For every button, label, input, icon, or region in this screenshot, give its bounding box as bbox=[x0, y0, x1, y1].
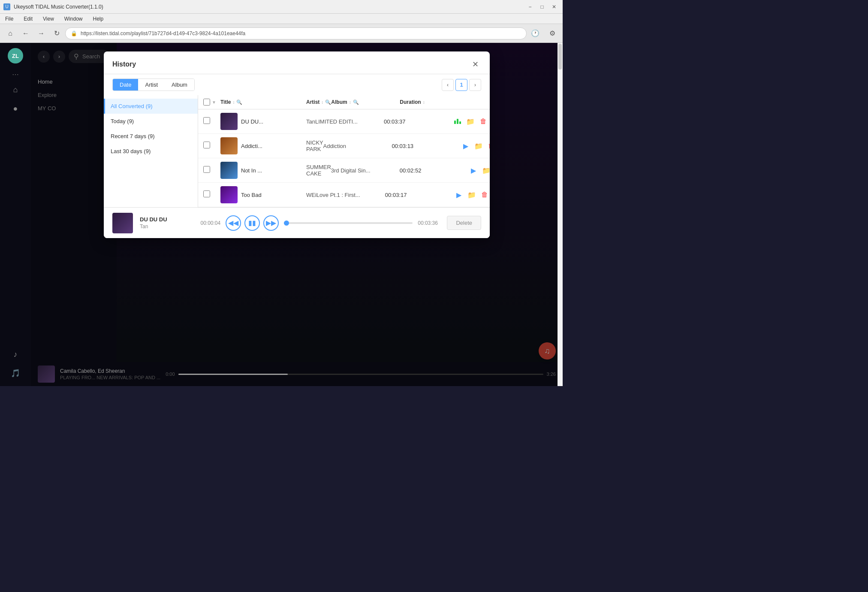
home-nav-button[interactable]: ⌂ bbox=[3, 27, 17, 40]
row2-play-button[interactable]: ▶ bbox=[461, 141, 471, 151]
delete-button[interactable]: Delete bbox=[447, 216, 481, 230]
row1-actions: 📁 🗑 bbox=[452, 116, 490, 127]
row2-folder-button[interactable]: 📁 bbox=[473, 141, 484, 151]
title-sort-icon[interactable]: ↕ bbox=[232, 100, 235, 105]
row4-checkbox-cell bbox=[203, 190, 220, 199]
col-album: Album ↕ 🔍 bbox=[331, 99, 400, 106]
app-icon: U bbox=[3, 3, 10, 10]
select-all-checkbox[interactable] bbox=[203, 99, 210, 106]
close-button[interactable]: ✕ bbox=[549, 3, 559, 11]
row3-play-button[interactable]: ▶ bbox=[468, 165, 479, 175]
row3-album: 3rd Digital Sin... bbox=[331, 167, 400, 174]
sidebar-all-converted[interactable]: All Converted (9) bbox=[104, 99, 198, 114]
row3-actions: ▶ 📁 🗑 bbox=[468, 165, 490, 175]
address-bar[interactable]: 🔒 https://listen.tidal.com/playlist/71b7… bbox=[65, 27, 527, 39]
modal-sidebar: All Converted (9) Today (9) Recent 7 day… bbox=[104, 95, 198, 207]
sidebar-today[interactable]: Today (9) bbox=[104, 114, 198, 129]
row1-checkbox[interactable] bbox=[203, 117, 210, 124]
row4-play-button[interactable]: ▶ bbox=[454, 190, 464, 200]
row2-album: Addiction bbox=[323, 143, 392, 149]
sidebar-more[interactable]: ⋯ bbox=[12, 70, 19, 79]
menu-bar: File Edit View Window Help bbox=[0, 14, 563, 24]
sidebar-headphones-icon[interactable]: ♪ bbox=[8, 347, 23, 362]
col-title: Title ↕ 🔍 bbox=[220, 99, 306, 106]
settings-button[interactable]: ⚙ bbox=[546, 27, 559, 40]
row4-duration: 00:03:17 bbox=[385, 192, 454, 198]
sidebar-last-30days[interactable]: Last 30 days (9) bbox=[104, 144, 198, 159]
row4-checkbox[interactable] bbox=[203, 190, 210, 197]
progress-dot bbox=[284, 220, 289, 226]
sidebar-music-icon[interactable]: 🎵 bbox=[8, 365, 23, 381]
maximize-button[interactable]: □ bbox=[537, 3, 547, 11]
url-text: https://listen.tidal.com/playlist/71b727… bbox=[81, 30, 245, 36]
row1-folder-button[interactable]: 📁 bbox=[465, 116, 476, 127]
page-prev-button[interactable]: ‹ bbox=[442, 79, 454, 91]
tab-album[interactable]: Album bbox=[165, 79, 194, 91]
row3-checkbox-cell bbox=[203, 166, 220, 175]
row1-artist: Tan bbox=[306, 118, 315, 125]
row2-delete-button[interactable]: 🗑 bbox=[486, 141, 490, 151]
artist-col-label: Artist bbox=[306, 99, 319, 105]
duration-sort-icon[interactable]: ↕ bbox=[423, 100, 425, 105]
table-header: ▼ Title ↕ 🔍 Artist ↕ 🔍 bbox=[198, 95, 490, 109]
duration-col-label: Duration bbox=[400, 99, 421, 105]
menu-view[interactable]: View bbox=[41, 15, 56, 23]
sidebar-radio-icon[interactable]: ● bbox=[8, 101, 23, 116]
menu-edit[interactable]: Edit bbox=[22, 15, 34, 23]
app-title: Ukeysoft TIDAL Music Converter(1.1.0) bbox=[14, 4, 521, 10]
player-next-button[interactable]: ▶▶ bbox=[263, 215, 279, 231]
main-content: ‹ › ⚲ Search Home Explore MY CO bbox=[31, 43, 563, 386]
row4-folder-button[interactable]: 📁 bbox=[467, 190, 477, 200]
menu-window[interactable]: Window bbox=[63, 15, 84, 23]
artist-search-icon[interactable]: 🔍 bbox=[325, 100, 331, 105]
tab-group: Date Artist Album bbox=[112, 79, 195, 91]
modal-close-button[interactable]: ✕ bbox=[469, 58, 481, 70]
row2-checkbox-cell bbox=[203, 142, 220, 150]
row1-checkbox-cell bbox=[203, 117, 220, 126]
player-pause-button[interactable]: ▮▮ bbox=[244, 215, 260, 231]
player-artist: Tan bbox=[140, 224, 191, 230]
album-sort-icon[interactable]: ↕ bbox=[349, 100, 351, 105]
player-total-time: 00:03:36 bbox=[418, 220, 438, 226]
table-row: Not In ... SUMMER CAKE 3rd Digital Sin..… bbox=[198, 158, 490, 183]
modal-toolbar: Date Artist Album ‹ 1 › bbox=[104, 74, 490, 95]
tab-artist[interactable]: Artist bbox=[138, 79, 165, 91]
row3-folder-button[interactable]: 📁 bbox=[481, 165, 490, 175]
minimize-button[interactable]: − bbox=[525, 3, 535, 11]
row1-album: LIMITED EDITI... bbox=[315, 118, 384, 125]
history-button[interactable]: 🕐 bbox=[528, 27, 542, 40]
tab-date[interactable]: Date bbox=[113, 79, 138, 91]
row2-title: Addicti... bbox=[241, 143, 262, 149]
refresh-button[interactable]: ↻ bbox=[50, 27, 63, 40]
sidebar-home-icon[interactable]: ⌂ bbox=[8, 82, 23, 97]
page-next-button[interactable]: › bbox=[469, 79, 481, 91]
avatar[interactable]: ZL bbox=[8, 48, 23, 63]
row1-track-info: DU DU... bbox=[220, 113, 306, 130]
title-search-icon[interactable]: 🔍 bbox=[236, 100, 242, 105]
player-prev-button[interactable]: ◀◀ bbox=[226, 215, 241, 231]
sidebar-recent-7days[interactable]: Recent 7 days (9) bbox=[104, 129, 198, 144]
row4-track-info: Too Bad bbox=[220, 186, 306, 203]
window-controls: − □ ✕ bbox=[525, 3, 559, 11]
row2-checkbox[interactable] bbox=[203, 142, 210, 148]
table-row: Addicti... NICKY PARK Addiction 00:03:13… bbox=[198, 134, 490, 158]
sidebar: ZL ⋯ ⌂ ● ♪ 🎵 bbox=[0, 43, 31, 386]
table-row: Too Bad WEi Love Pt.1 : First... 00:03:1… bbox=[198, 183, 490, 207]
row3-checkbox[interactable] bbox=[203, 166, 210, 173]
row1-delete-button[interactable]: 🗑 bbox=[478, 116, 488, 127]
row1-duration: 00:03:37 bbox=[384, 118, 452, 125]
album-search-icon[interactable]: 🔍 bbox=[353, 100, 359, 105]
row3-thumbnail bbox=[220, 162, 238, 179]
row2-duration: 00:03:13 bbox=[392, 143, 461, 149]
row4-title: Too Bad bbox=[241, 192, 262, 198]
back-button[interactable]: ← bbox=[19, 27, 33, 40]
row2-artist: NICKY PARK bbox=[306, 139, 323, 152]
forward-button[interactable]: → bbox=[34, 27, 48, 40]
row1-chart-button[interactable] bbox=[452, 116, 463, 127]
menu-help[interactable]: Help bbox=[91, 15, 105, 23]
row4-delete-button[interactable]: 🗑 bbox=[479, 190, 490, 200]
menu-file[interactable]: File bbox=[3, 15, 15, 23]
artist-sort-icon[interactable]: ↕ bbox=[321, 100, 323, 105]
album-col-label: Album bbox=[331, 99, 347, 105]
progress-bar-container[interactable] bbox=[284, 222, 413, 224]
